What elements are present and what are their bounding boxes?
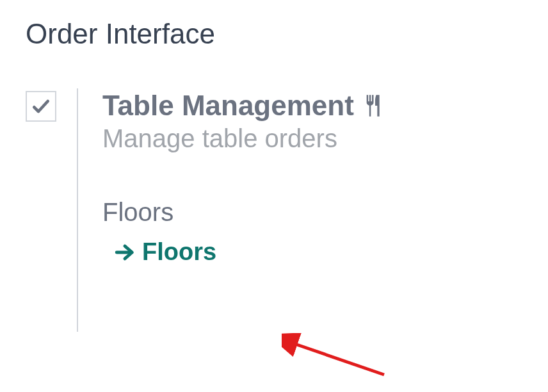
setting-content: Table Management Manage table orders Flo… [102, 88, 522, 266]
divider [77, 88, 78, 332]
setting-title: Table Management [102, 90, 385, 122]
setting-row: Table Management Manage table orders Flo… [26, 88, 522, 332]
setting-subtitle: Manage table orders [102, 124, 522, 153]
annotation-arrow [282, 333, 397, 384]
setting-title-text: Table Management [102, 90, 354, 122]
floors-link-label: Floors [142, 238, 216, 266]
cutlery-icon [359, 93, 385, 118]
floors-link[interactable]: Floors [114, 238, 216, 266]
svg-line-2 [291, 343, 384, 375]
floors-field-label: Floors [102, 198, 522, 227]
page-title: Order Interface [26, 18, 522, 50]
arrow-right-icon [114, 241, 136, 263]
check-icon [31, 96, 51, 117]
table-management-checkbox[interactable] [26, 91, 56, 122]
